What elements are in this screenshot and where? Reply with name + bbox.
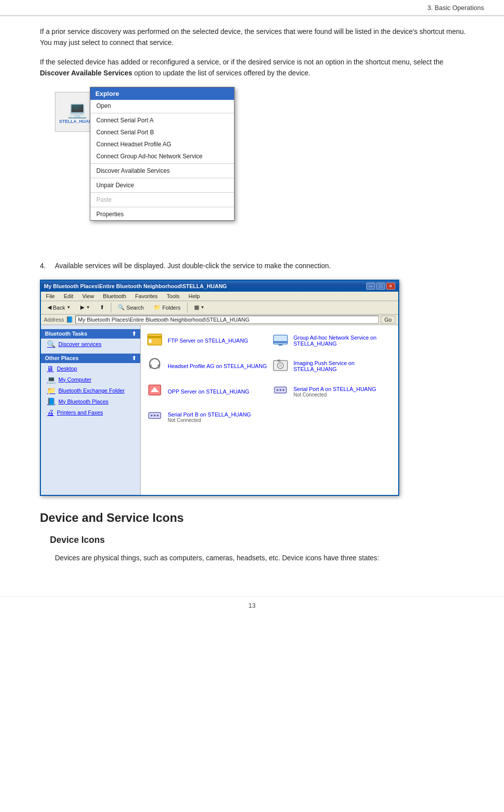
tasks-collapse-icon[interactable]: ⬆: [132, 331, 136, 337]
close-btn[interactable]: ✕: [386, 283, 395, 290]
service-ftp-icon: [146, 330, 164, 352]
service-headset[interactable]: Headset Profile AG on STELLA_HUANG: [146, 356, 267, 377]
svg-point-20: [282, 389, 284, 391]
sidebar-item-bt-exchange[interactable]: 📁 Bluetooth Exchange Folder: [41, 385, 140, 396]
cmenu-connect-adhoc[interactable]: Connect Group Ad-hoc Network Service: [90, 150, 234, 162]
step-4-text: Available services will be displayed. Ju…: [55, 262, 331, 270]
service-serial-b-label: Serial Port B on STELLA_HUANG Not Connec…: [168, 411, 251, 423]
paragraph-2-end: option to update the list of services of…: [132, 69, 310, 77]
view-dropdown-icon: ▼: [201, 305, 205, 310]
back-arrow-icon: ◀: [47, 304, 51, 311]
page-header: 3. Basic Operations: [0, 0, 504, 16]
step-4: 4. Available services will be displayed.…: [40, 262, 474, 270]
cmenu-discover[interactable]: Discover Available Services: [90, 165, 234, 177]
service-imaging-label: Imaging Push Service on STELLA_HUANG: [293, 360, 393, 372]
up-btn[interactable]: ⬆: [96, 303, 108, 312]
win-addressbar: Address 📘 My Bluetooth Places\Entire Blu…: [41, 315, 398, 325]
win-title: My Bluetooth Places\Entire Bluetooth Nei…: [44, 283, 227, 289]
cmenu-header: Explore: [90, 87, 234, 100]
cmenu-properties[interactable]: Properties: [90, 208, 234, 220]
address-icon: 📘: [66, 316, 73, 323]
desktop-icon: 🖥: [47, 365, 54, 373]
win-content-area: FTP Server on STELLA_HUANG Group Ad-hoc …: [141, 325, 398, 495]
sidebar-item-mycomputer[interactable]: 💻 My Computer: [41, 374, 140, 385]
forward-btn[interactable]: ▶ ▼: [77, 303, 93, 312]
service-adhoc-label: Group Ad-hoc Network Service on STELLA_H…: [293, 335, 393, 347]
service-serial-b-icon: [146, 406, 164, 428]
discover-icon: 🔍: [47, 340, 55, 348]
sidebar-places-section: Other Places ⬆ 🖥 Desktop 💻 My Computer 📁…: [41, 354, 140, 418]
search-icon: 🔍: [118, 304, 125, 311]
context-menu: Explore Open Connect Serial Port A Conne…: [90, 87, 235, 221]
search-btn[interactable]: 🔍 Search: [114, 303, 147, 312]
sidebar-places-header: Other Places ⬆: [41, 354, 140, 363]
cmenu-unpair[interactable]: Unpair Device: [90, 179, 234, 191]
menu-help[interactable]: Help: [187, 293, 202, 300]
sidebar-item-discover[interactable]: 🔍 Discover services: [41, 339, 140, 350]
page-footer: 13: [0, 596, 504, 614]
menu-tools[interactable]: Tools: [165, 293, 182, 300]
toolbar-separator-2: [187, 303, 188, 313]
search-label: Search: [126, 305, 144, 311]
places-collapse-icon[interactable]: ⬆: [132, 355, 136, 362]
menu-view[interactable]: View: [80, 293, 96, 300]
svg-rect-14: [277, 360, 280, 362]
cmenu-connect-serial-b[interactable]: Connect Serial Port B: [90, 126, 234, 138]
back-btn[interactable]: ◀ Back ▼: [44, 303, 74, 312]
device-icons-text: Devices are physical things, such as com…: [55, 554, 379, 562]
sidebar-tasks-header: Bluetooth Tasks ⬆: [41, 329, 140, 339]
bt-places-label: My Bluetooth Places: [58, 399, 108, 405]
svg-rect-4: [273, 341, 287, 343]
address-label: Address: [44, 317, 64, 323]
device-icons-paragraph: Devices are physical things, such as com…: [55, 552, 474, 563]
svg-point-13: [279, 364, 282, 367]
service-serial-b[interactable]: Serial Port B on STELLA_HUANG Not Connec…: [146, 406, 267, 428]
service-opp-label: OPP Server on STELLA_HUANG: [168, 389, 250, 395]
service-adhoc[interactable]: Group Ad-hoc Network Service on STELLA_H…: [271, 330, 393, 352]
forward-arrow-icon: ▶: [80, 304, 84, 311]
address-input[interactable]: My Bluetooth Places\Entire Bluetooth Nei…: [75, 316, 379, 324]
win-menubar: File Edit View Bluetooth Favorites Tools…: [41, 292, 398, 301]
service-ftp[interactable]: FTP Server on STELLA_HUANG: [146, 330, 267, 352]
sidebar-item-bt-places[interactable]: 📘 My Bluetooth Places: [41, 396, 140, 407]
service-serial-a[interactable]: Serial Port A on STELLA_HUANG Not Connec…: [271, 381, 393, 403]
service-headset-label: Headset Profile AG on STELLA_HUANG: [168, 363, 267, 369]
menu-file[interactable]: File: [44, 293, 57, 300]
menu-bluetooth[interactable]: Bluetooth: [101, 293, 128, 300]
bt-places-icon: 📘: [47, 398, 55, 406]
cmenu-connect-headset[interactable]: Connect Headset Profile AG: [90, 138, 234, 150]
page-number: 13: [249, 602, 255, 609]
cmenu-sep-1: [90, 113, 234, 113]
menu-favorites[interactable]: Favorites: [133, 293, 160, 300]
service-serial-a-label: Serial Port A on STELLA_HUANG Not Connec…: [293, 386, 376, 398]
toolbar-separator: [111, 303, 111, 313]
sidebar-item-printers[interactable]: 🖨 Printers and Faxes: [41, 407, 140, 418]
page-content: If a prior service discovery was perform…: [0, 16, 504, 586]
menu-edit[interactable]: Edit: [62, 293, 75, 300]
service-opp[interactable]: OPP Server on STELLA_HUANG: [146, 381, 267, 403]
paragraph-2: If the selected device has added or reco…: [40, 56, 474, 79]
restore-btn[interactable]: □: [376, 283, 385, 290]
win-toolbar: ◀ Back ▼ ▶ ▼ ⬆ 🔍 Search 📁 Folders: [41, 301, 398, 315]
paragraph-2-bold: Discover Available Services: [40, 69, 132, 77]
cmenu-connect-serial-a[interactable]: Connect Serial Port A: [90, 114, 234, 126]
cmenu-sep-5: [90, 207, 234, 207]
folders-btn[interactable]: 📁 Folders: [150, 303, 184, 312]
service-imaging[interactable]: Imaging Push Service on STELLA_HUANG: [271, 356, 393, 377]
context-menu-screenshot: 💻 STELLA_HUANG Explore Open Connect Seri…: [55, 87, 284, 247]
bt-exchange-label: Bluetooth Exchange Folder: [58, 388, 125, 394]
view-btn[interactable]: ▦ ▼: [191, 303, 208, 312]
go-button[interactable]: Go: [381, 316, 395, 324]
sidebar-item-desktop[interactable]: 🖥 Desktop: [41, 363, 140, 374]
svg-rect-1: [148, 336, 162, 338]
browser-window-screenshot: My Bluetooth Places\Entire Bluetooth Nei…: [40, 280, 399, 496]
win-titlebar: My Bluetooth Places\Entire Bluetooth Nei…: [41, 281, 398, 292]
service-opp-icon: [146, 381, 164, 403]
section-h2-device-icons: Device Icons: [50, 535, 474, 545]
back-dropdown-icon: ▼: [66, 305, 70, 310]
minimize-btn[interactable]: ─: [366, 283, 375, 290]
cmenu-open[interactable]: Open: [90, 100, 234, 112]
discover-label: Discover services: [58, 341, 101, 347]
sidebar-tasks-label: Bluetooth Tasks: [45, 331, 87, 337]
bt-exchange-icon: 📁: [47, 387, 55, 395]
